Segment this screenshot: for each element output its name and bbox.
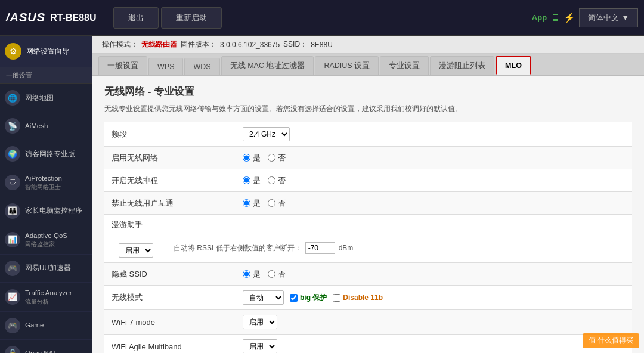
network-wizard-icon: ⚙ xyxy=(5,43,21,60)
sidebar-label-parental-control: 家长电脑监控程序 xyxy=(25,206,82,215)
sidebar-item-netease-uu[interactable]: 🎮 网易UU加速器 xyxy=(0,255,92,283)
sidebar-item-traffic-analyzer[interactable]: 📈 Traffic Analyzer 流量分析 xyxy=(0,283,92,312)
asus-logo: /ASUS xyxy=(6,11,45,24)
sidebar-label-guest-network: 访客网路专业版 xyxy=(25,150,75,159)
firmware-label: 固件版本： xyxy=(181,39,216,49)
mode-value: 无线路由器 xyxy=(141,39,177,49)
radio-group-enable-wireless: 是否 xyxy=(243,153,286,163)
sidebar-item-open-nat[interactable]: 🔓 Open NAT xyxy=(0,340,92,353)
language-button[interactable]: 简体中文 ▼ xyxy=(579,8,638,27)
page-description: 无线专业设置提供您无线网络传输与效率方面的设置。若您没有选择适合的设置，建议采用… xyxy=(104,103,632,114)
sidebar-section-header: 一般设置 xyxy=(0,67,92,84)
roam-assist-select[interactable]: 启用停用 xyxy=(119,243,153,258)
settings-label-enable-scheduler: 开启无线排程 xyxy=(104,171,236,191)
sidebar-item-game[interactable]: 🎮 Game xyxy=(0,312,92,340)
tab-wds[interactable]: WDS xyxy=(184,58,219,75)
roam-assist-desc: 自动将 RSSI 低于右侧数值的客户断开： xyxy=(174,243,302,253)
sidebar-icon-netease-uu: 🎮 xyxy=(5,261,20,276)
radio-group-block-users: 是否 xyxy=(243,198,286,209)
radio-option-enable-wireless-否[interactable]: 否 xyxy=(268,153,286,163)
top-header: /ASUS RT-BE88U 退出 重新启动 App 🖥 ⚡ 简体中文 ▼ xyxy=(0,0,644,36)
monitor-icon: 🖥 xyxy=(550,13,560,23)
tab-mlo[interactable]: MLO xyxy=(496,56,531,75)
radio-option-hidden-ssid-是[interactable]: 是 xyxy=(243,269,261,280)
radio-option-enable-scheduler-是[interactable]: 是 xyxy=(243,175,261,186)
sidebar-icon-network-map: 🌐 xyxy=(5,90,20,106)
sidebar-icon-aimesh: 📡 xyxy=(5,118,20,134)
tab-general[interactable]: 一般设置 xyxy=(98,56,147,75)
tab-bar: 一般设置WPSWDS无线 MAC 地址过滤器RADIUS 设置专业设置漫游阻止列… xyxy=(92,54,644,76)
sidebar-label-game: Game xyxy=(25,321,44,330)
lang-selector: App 🖥 ⚡ 简体中文 ▼ xyxy=(532,8,638,27)
sidebar-label-aimesh: AiMesh xyxy=(25,122,48,131)
settings-value-wireless-mode: 自动N onlyB/G/NAC/Nbig 保护Disable 11b xyxy=(236,286,632,309)
logout-button[interactable]: 退出 xyxy=(113,7,159,29)
content-area: 操作模式： 无线路由器 固件版本： 3.0.0.6.102_33675 SSID… xyxy=(92,36,644,353)
settings-label-band: 频段 xyxy=(104,124,236,144)
select-wifi7-mode[interactable]: 启用停用 xyxy=(243,315,277,329)
settings-label-wireless-mode: 无线模式 xyxy=(104,287,236,308)
radio-option-enable-scheduler-否[interactable]: 否 xyxy=(268,175,286,186)
language-label: 简体中文 xyxy=(588,13,619,23)
sidebar-label-traffic-analyzer: Traffic Analyzer 流量分析 xyxy=(25,289,72,305)
settings-label-roam-assist: 漫游助手 xyxy=(104,215,236,235)
sidebar-item-guest-network[interactable]: 🌍 访客网路专业版 xyxy=(0,140,92,168)
sidebar-top-item[interactable]: ⚙ 网络设置向导 xyxy=(0,36,92,67)
settings-label-enable-wireless: 启用无线网络 xyxy=(104,148,236,168)
tab-mac-filter[interactable]: 无线 MAC 地址过滤器 xyxy=(221,56,314,75)
settings-row-band: 频段2.4 GHz5 GHz6 GHz xyxy=(104,122,632,147)
sidebar-items-container: 🌐 网络地图 📡 AiMesh 🌍 访客网路专业版 🛡 AiProtection… xyxy=(0,84,92,353)
radio-option-block-users-否[interactable]: 否 xyxy=(268,198,286,209)
reboot-button[interactable]: 重新启动 xyxy=(161,7,222,29)
sidebar-item-parental-control[interactable]: 👪 家长电脑监控程序 xyxy=(0,197,92,225)
ssid-label: SSID： xyxy=(283,39,307,49)
tab-wps[interactable]: WPS xyxy=(148,58,183,75)
top-nav-buttons: 退出 重新启动 xyxy=(113,7,222,29)
sidebar-label-adaptive-qos: Adaptive QoS 网络监控家 xyxy=(25,231,67,248)
sidebar-icon-parental-control: 👪 xyxy=(5,203,20,219)
settings-row-wifi-agile-multiband: WiFi Agile Multiband启用停用 xyxy=(104,335,632,353)
disable11b-checkbox[interactable]: Disable 11b xyxy=(333,293,383,302)
settings-label-hidden-ssid: 隐藏 SSID xyxy=(104,264,236,284)
settings-row-enable-wireless: 启用无线网络是否 xyxy=(104,147,632,169)
sidebar-item-aiprotection[interactable]: 🛡 AiProtection 智能网络卫士 xyxy=(0,168,92,197)
sidebar-icon-open-nat: 🔓 xyxy=(5,346,20,353)
settings-value-band: 2.4 GHz5 GHz6 GHz xyxy=(236,122,632,146)
firmware-value: 3.0.0.6.102_33675 xyxy=(220,41,280,49)
roam-assist-top: 启用停用 xyxy=(112,240,160,258)
settings-value-block-users: 是否 xyxy=(236,193,632,213)
radio-option-enable-wireless-是[interactable]: 是 xyxy=(243,153,261,163)
settings-value-roam-assist: 启用停用自动将 RSSI 低于右侧数值的客户断开：dBm xyxy=(104,235,367,262)
sidebar-item-network-map[interactable]: 🌐 网络地图 xyxy=(0,84,92,112)
rssi-input[interactable] xyxy=(305,242,335,254)
settings-label-wifi-agile-multiband: WiFi Agile Multiband xyxy=(104,337,236,354)
wireless-mode-select[interactable]: 自动N onlyB/G/NAC/N xyxy=(243,290,284,305)
select-wifi-agile-multiband[interactable]: 启用停用 xyxy=(243,339,277,353)
settings-container: 频段2.4 GHz5 GHz6 GHz启用无线网络是否开启无线排程是否禁止无线用… xyxy=(104,122,632,353)
page-title: 无线网络 - 专业设置 xyxy=(104,85,632,98)
tab-professional[interactable]: 专业设置 xyxy=(380,56,429,75)
sidebar-label-netease-uu: 网易UU加速器 xyxy=(25,264,71,273)
radio-option-hidden-ssid-否[interactable]: 否 xyxy=(268,269,286,280)
radio-group-hidden-ssid: 是否 xyxy=(243,269,286,280)
mode-label: 操作模式： xyxy=(102,39,138,49)
sidebar-label-open-nat: Open NAT xyxy=(25,349,57,353)
sidebar: ⚙ 网络设置向导 一般设置 🌐 网络地图 📡 AiMesh 🌍 访客网路专业版 … xyxy=(0,36,92,353)
sidebar-icon-traffic-analyzer: 📈 xyxy=(5,289,20,305)
tab-roaming[interactable]: 漫游阻止列表 xyxy=(430,56,494,75)
big-protection-checkbox[interactable]: big 保护 xyxy=(290,293,327,303)
sidebar-icon-aiprotection: 🛡 xyxy=(5,175,20,190)
settings-row-hidden-ssid: 隐藏 SSID是否 xyxy=(104,263,632,286)
watermark: 值 什么值得买 xyxy=(583,333,639,348)
sidebar-item-adaptive-qos[interactable]: 📊 Adaptive QoS 网络监控家 xyxy=(0,225,92,255)
settings-row-block-users: 禁止无线用户互通是否 xyxy=(104,192,632,215)
rssi-unit: dBm xyxy=(339,244,354,252)
tab-radius[interactable]: RADIUS 设置 xyxy=(315,56,379,75)
sidebar-icon-guest-network: 🌍 xyxy=(5,146,20,162)
select-band[interactable]: 2.4 GHz5 GHz6 GHz xyxy=(243,127,290,141)
settings-value-enable-scheduler: 是否 xyxy=(236,171,632,191)
sidebar-item-aimesh[interactable]: 📡 AiMesh xyxy=(0,112,92,140)
settings-row-enable-scheduler: 开启无线排程是否 xyxy=(104,169,632,192)
radio-option-block-users-是[interactable]: 是 xyxy=(243,198,261,209)
radio-group-enable-scheduler: 是否 xyxy=(243,175,286,186)
